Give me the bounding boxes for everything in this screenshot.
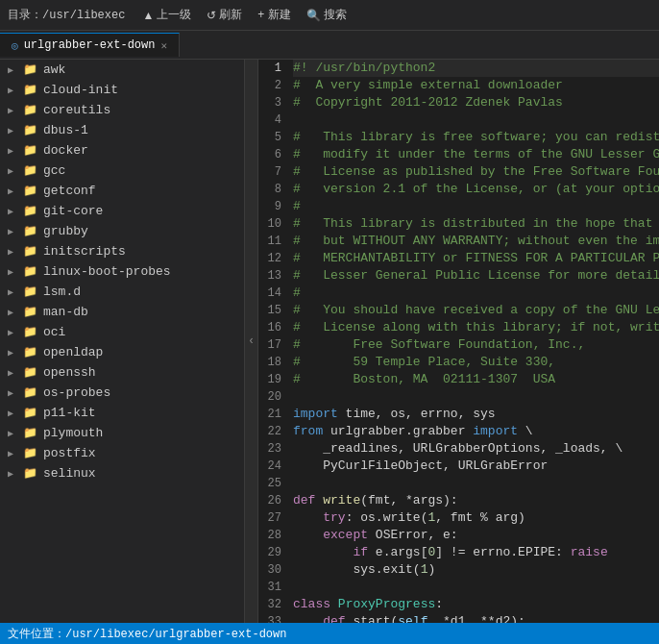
line-number: 27	[258, 509, 293, 527]
sidebar-item-gcc[interactable]: ▶ 📁 gcc	[0, 161, 244, 181]
expand-arrow-icon: ▶	[8, 307, 17, 318]
new-button[interactable]: + 新建	[252, 5, 296, 25]
line-content: # This library is free software; you can…	[293, 129, 659, 146]
folder-label: cloud-init	[43, 83, 118, 97]
folder-icon: 📁	[23, 325, 37, 339]
sidebar-item-lsm.d[interactable]: ▶ 📁 lsm.d	[0, 282, 244, 302]
line-content: PyCurlFileObject, URLGrabError	[293, 458, 659, 475]
up-button[interactable]: ▲ 上一级	[136, 5, 197, 25]
folder-icon: 📁	[23, 163, 37, 178]
sidebar-item-grubby[interactable]: ▶ 📁 grubby	[0, 221, 244, 241]
tab-urlgrabber[interactable]: ◎ urlgrabber-ext-down ✕	[0, 33, 180, 57]
expand-arrow-icon: ▶	[8, 387, 17, 399]
folder-icon: 📁	[23, 62, 37, 77]
code-line-6: 6# modify it under the terms of the GNU …	[258, 146, 659, 163]
line-content: class ProxyProgress:	[293, 596, 659, 613]
line-content: from urlgrabber.grabber import \	[293, 423, 659, 440]
folder-icon: 📁	[23, 143, 37, 158]
line-content: if e.args[0] != errno.EPIPE: raise	[293, 544, 659, 561]
code-line-14: 14#	[258, 285, 659, 302]
line-number: 15	[258, 302, 293, 319]
sidebar-item-p11-kit[interactable]: ▶ 📁 p11-kit	[0, 403, 244, 423]
line-number: 9	[258, 198, 293, 215]
sidebar-item-git-core[interactable]: ▶ 📁 git-core	[0, 201, 244, 221]
line-content: # License as published by the Free Softw…	[293, 163, 659, 181]
line-number: 19	[258, 371, 293, 388]
chevron-left-icon: ‹	[248, 334, 255, 348]
code-line-26: 26def write(fmt, *args):	[258, 492, 659, 509]
code-line-15: 15# You should have received a copy of t…	[258, 302, 659, 319]
sidebar-item-openssh[interactable]: ▶ 📁 openssh	[0, 362, 244, 383]
code-line-11: 11# but WITHOUT ANY WARRANTY; without ev…	[258, 233, 659, 250]
folder-label: getconf	[43, 184, 96, 198]
refresh-button[interactable]: ↺ 刷新	[201, 5, 248, 25]
line-number: 26	[258, 492, 293, 509]
code-line-31: 31	[258, 579, 659, 596]
sidebar-item-oci[interactable]: ▶ 📁 oci	[0, 322, 244, 342]
expand-arrow-icon: ▶	[8, 226, 17, 237]
expand-arrow-icon: ▶	[8, 286, 17, 298]
line-content: # This library is distributed in the hop…	[293, 215, 659, 233]
sidebar-item-dbus-1[interactable]: ▶ 📁 dbus-1	[0, 120, 244, 140]
sidebar-item-initscripts[interactable]: ▶ 📁 initscripts	[0, 241, 244, 261]
sidebar-item-docker[interactable]: ▶ 📁 docker	[0, 140, 244, 161]
folder-icon: 📁	[23, 446, 37, 460]
sidebar-item-plymouth[interactable]: ▶ 📁 plymouth	[0, 423, 244, 443]
main-area: ▶ 📁 awk ▶ 📁 cloud-init ▶ 📁 coreutils ▶ 📁…	[0, 60, 659, 623]
line-number: 30	[258, 561, 293, 579]
folder-label: dbus-1	[43, 123, 88, 137]
expand-arrow-icon: ▶	[8, 64, 17, 76]
code-line-33: 33 def start(self, *d1, **d2):	[258, 613, 659, 623]
folder-label: gcc	[43, 163, 65, 178]
code-line-4: 4	[258, 111, 659, 129]
folder-icon: 📁	[23, 406, 37, 420]
line-number: 3	[258, 94, 293, 111]
code-line-23: 23 _readlines, URLGrabberOptions, _loads…	[258, 440, 659, 458]
code-line-30: 30 sys.exit(1)	[258, 561, 659, 579]
folder-icon: 📁	[23, 365, 37, 380]
code-editor[interactable]: 1#! /usr/bin/python22# A very simple ext…	[258, 60, 659, 623]
sidebar-item-linux-boot-probes[interactable]: ▶ 📁 linux-boot-probes	[0, 261, 244, 282]
sidebar-item-cloud-init[interactable]: ▶ 📁 cloud-init	[0, 80, 244, 100]
line-content: #	[293, 285, 659, 302]
code-line-8: 8# version 2.1 of the License, or (at yo…	[258, 181, 659, 198]
search-button[interactable]: 🔍 搜索	[301, 5, 353, 25]
folder-icon: 📁	[23, 345, 37, 359]
line-number: 22	[258, 423, 293, 440]
line-number: 5	[258, 129, 293, 146]
sidebar: ▶ 📁 awk ▶ 📁 cloud-init ▶ 📁 coreutils ▶ 📁…	[0, 60, 245, 623]
file-path-status: 文件位置：/usr/libexec/urlgrabber-ext-down	[8, 626, 286, 642]
line-number: 4	[258, 111, 293, 129]
tab-close-button[interactable]: ✕	[160, 39, 167, 52]
code-line-18: 18# 59 Temple Place, Suite 330,	[258, 354, 659, 371]
code-line-7: 7# License as published by the Free Soft…	[258, 163, 659, 181]
folder-icon: 📁	[23, 224, 37, 238]
folder-icon: 📁	[23, 466, 37, 481]
folder-icon: 📁	[23, 204, 37, 218]
collapse-sidebar-button[interactable]: ‹	[245, 60, 258, 623]
line-number: 2	[258, 77, 293, 94]
code-line-16: 16# License along with this library; if …	[258, 319, 659, 336]
code-line-3: 3# Copyright 2011-2012 Zdenek Pavlas	[258, 94, 659, 111]
code-line-22: 22from urlgrabber.grabber import \	[258, 423, 659, 440]
folder-icon: 📁	[23, 244, 37, 259]
sidebar-item-getconf[interactable]: ▶ 📁 getconf	[0, 181, 244, 201]
sidebar-item-man-db[interactable]: ▶ 📁 man-db	[0, 302, 244, 322]
folder-label: git-core	[43, 204, 103, 218]
sidebar-item-awk[interactable]: ▶ 📁 awk	[0, 60, 244, 80]
line-content: # License along with this library; if no…	[293, 319, 659, 336]
sidebar-item-selinux[interactable]: ▶ 📁 selinux	[0, 463, 244, 483]
code-line-29: 29 if e.args[0] != errno.EPIPE: raise	[258, 544, 659, 561]
sidebar-item-postfix[interactable]: ▶ 📁 postfix	[0, 443, 244, 463]
line-content: #! /usr/bin/python2	[293, 60, 659, 77]
toolbar: 目录：/usr/libexec ▲ 上一级 ↺ 刷新 + 新建 🔍 搜索	[0, 0, 659, 31]
line-number: 29	[258, 544, 293, 561]
sidebar-item-coreutils[interactable]: ▶ 📁 coreutils	[0, 100, 244, 120]
line-content: # version 2.1 of the License, or (at you…	[293, 181, 659, 198]
line-number: 7	[258, 163, 293, 181]
sidebar-item-openldap[interactable]: ▶ 📁 openldap	[0, 342, 244, 362]
expand-arrow-icon: ▶	[8, 428, 17, 439]
folder-icon: 📁	[23, 285, 37, 299]
line-number: 25	[258, 475, 293, 492]
sidebar-item-os-probes[interactable]: ▶ 📁 os-probes	[0, 383, 244, 403]
